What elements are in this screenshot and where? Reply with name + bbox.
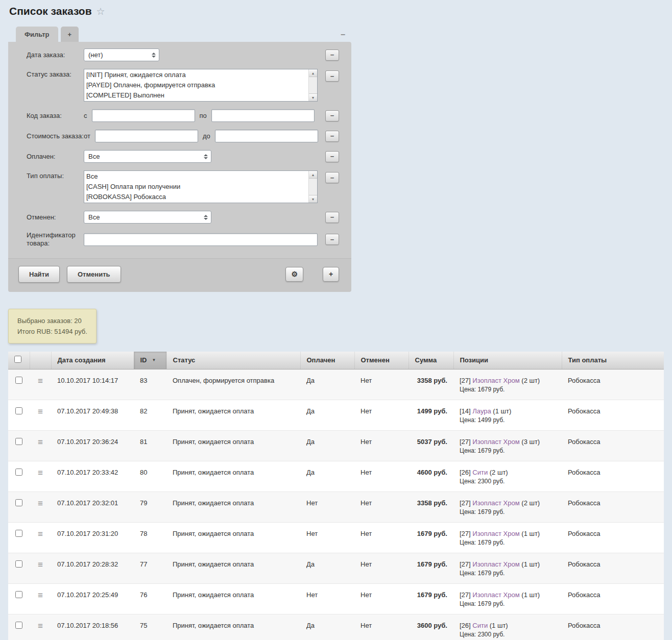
remove-filter-button[interactable]: − — [325, 212, 339, 223]
order-code-to-input[interactable] — [211, 109, 315, 122]
row-status: Принят, ожидается оплата — [166, 400, 300, 430]
col-header-status[interactable]: Статус — [166, 352, 300, 369]
row-menu-icon[interactable]: ≡ — [38, 407, 43, 416]
tab-filter[interactable]: Фильтр — [16, 27, 58, 42]
filter-row-order-status: Статус заказа: [INIT] Принят, ожидается … — [18, 69, 339, 102]
position-line: [26] Сити (1 шт) — [460, 622, 556, 630]
listbox-option[interactable]: [ROBOKASSA] Робокасса — [86, 192, 307, 202]
table-row: ≡ 07.10.2017 20:33:42 80 Принят, ожидает… — [8, 461, 664, 491]
col-header-date[interactable]: Дата создания — [51, 352, 134, 369]
col-header-sum-label: Сумма — [415, 356, 437, 364]
listbox-scrollbar[interactable]: ▲ ▼ — [308, 171, 317, 203]
tab-add-filter[interactable]: + — [61, 27, 79, 42]
row-menu-icon[interactable]: ≡ — [38, 591, 43, 600]
row-paid: Да — [300, 614, 354, 640]
row-menu-icon[interactable]: ≡ — [38, 622, 43, 630]
cancelled-select[interactable]: Все — [84, 211, 211, 224]
col-header-sum[interactable]: Сумма — [409, 352, 453, 369]
order-date-label: Дата заказа: — [18, 51, 84, 59]
col-header-id[interactable]: ID ▼ — [134, 352, 166, 369]
listbox-option[interactable]: Все — [86, 171, 307, 182]
row-sum: 3600 руб. — [409, 614, 453, 640]
position-item: [26] Сити (2 шт)Цена: 2300 руб. — [460, 469, 556, 485]
position-price: Цена: 2300 руб. — [460, 630, 556, 638]
listbox-scrollbar[interactable]: ▲ ▼ — [308, 69, 317, 101]
listbox-option[interactable]: [PAYED] Оплачен, формируется отправка — [86, 80, 307, 90]
settings-button[interactable]: ⚙ — [285, 267, 303, 282]
scroll-down-icon[interactable]: ▼ — [309, 195, 317, 203]
row-status: Принят, ожидается оплата — [166, 614, 300, 640]
order-code-to-label: по — [200, 112, 207, 119]
product-link[interactable]: Лаура — [472, 407, 491, 415]
row-status: Принят, ожидается оплата — [166, 553, 300, 583]
position-line: [27] Изопласт Хром (2 шт) — [460, 377, 556, 385]
search-button[interactable]: Найти — [18, 266, 60, 283]
payment-type-listbox[interactable]: Все [CASH] Оплата при получении [ROBOKAS… — [84, 170, 318, 203]
position-qty: (2 шт) — [520, 377, 540, 384]
table-header-row: Дата создания ID ▼ Статус Оплачен Отмене… — [8, 352, 664, 369]
row-menu-icon[interactable]: ≡ — [38, 499, 43, 508]
row-select-checkbox[interactable] — [15, 407, 22, 414]
row-cancelled: Нет — [354, 461, 409, 491]
product-link[interactable]: Изопласт Хром — [472, 560, 519, 568]
remove-filter-button[interactable]: − — [325, 234, 339, 245]
row-menu-icon[interactable]: ≡ — [38, 377, 43, 385]
remove-filter-button[interactable]: − — [325, 172, 339, 183]
table-row: ≡ 07.10.2017 20:31:20 78 Принят, ожидает… — [8, 522, 664, 553]
order-status-listbox[interactable]: [INIT] Принят, ожидается оплата [PAYED] … — [84, 69, 318, 102]
plus-icon: + — [68, 31, 72, 38]
product-id-input[interactable] — [84, 233, 318, 246]
row-menu-icon[interactable]: ≡ — [38, 438, 43, 447]
row-menu-icon[interactable]: ≡ — [38, 469, 43, 477]
listbox-option[interactable]: [COMPLETED] Выполнен — [86, 90, 307, 101]
scroll-up-icon[interactable]: ▲ — [309, 171, 317, 179]
add-filter-rule-button[interactable]: + — [323, 267, 339, 282]
order-date-select[interactable]: (нет) — [84, 48, 159, 61]
position-item: [27] Изопласт Хром (1 шт)Цена: 1679 руб. — [460, 591, 556, 608]
order-cost-to-input[interactable] — [215, 130, 318, 142]
order-cost-from-input[interactable] — [95, 130, 198, 142]
col-header-cancelled[interactable]: Отменен — [354, 352, 409, 369]
row-select-checkbox[interactable] — [15, 591, 22, 598]
collapse-filter-icon[interactable]: − — [341, 31, 345, 39]
filter-tabs: Фильтр + − — [8, 27, 351, 42]
product-link[interactable]: Изопласт Хром — [472, 530, 519, 537]
row-menu-icon[interactable]: ≡ — [38, 530, 43, 538]
paid-select[interactable]: Все — [84, 150, 211, 163]
favorite-star-icon[interactable]: ☆ — [97, 7, 105, 16]
select-all-cell — [8, 352, 30, 369]
position-price: Цена: 1679 руб. — [460, 508, 556, 516]
col-header-positions[interactable]: Позиции — [453, 352, 562, 369]
row-select-checkbox[interactable] — [15, 377, 22, 384]
row-menu-icon[interactable]: ≡ — [38, 560, 43, 569]
select-all-checkbox[interactable] — [14, 356, 21, 363]
scroll-up-icon[interactable]: ▲ — [309, 69, 317, 77]
col-header-payment[interactable]: Тип оплаты — [562, 352, 664, 369]
row-sum: 4600 руб. — [409, 461, 453, 491]
row-paid: Да — [300, 369, 354, 400]
order-code-from-input[interactable] — [92, 109, 195, 122]
remove-filter-button[interactable]: − — [325, 50, 339, 61]
row-select-checkbox[interactable] — [15, 499, 22, 506]
row-select-checkbox[interactable] — [15, 438, 22, 445]
row-select-checkbox[interactable] — [15, 469, 22, 476]
remove-filter-button[interactable]: − — [325, 70, 339, 82]
product-link[interactable]: Изопласт Хром — [472, 377, 519, 384]
row-select-checkbox[interactable] — [15, 530, 22, 537]
row-date: 07.10.2017 20:49:38 — [51, 400, 134, 430]
remove-filter-button[interactable]: − — [325, 151, 339, 162]
remove-filter-button[interactable]: − — [325, 131, 339, 142]
listbox-option[interactable]: [INIT] Принят, ожидается оплата — [86, 70, 307, 80]
product-link[interactable]: Сити — [472, 469, 488, 476]
remove-filter-button[interactable]: − — [325, 110, 339, 121]
row-select-checkbox[interactable] — [15, 560, 22, 568]
product-link[interactable]: Изопласт Хром — [472, 438, 519, 446]
row-select-checkbox[interactable] — [15, 622, 22, 629]
listbox-option[interactable]: [CASH] Оплата при получении — [86, 182, 307, 192]
product-link[interactable]: Изопласт Хром — [472, 591, 519, 599]
product-link[interactable]: Изопласт Хром — [472, 499, 519, 507]
scroll-down-icon[interactable]: ▼ — [309, 93, 317, 101]
cancel-button[interactable]: Отменить — [67, 266, 121, 283]
col-header-paid[interactable]: Оплачен — [300, 352, 354, 369]
product-link[interactable]: Сити — [472, 622, 488, 629]
